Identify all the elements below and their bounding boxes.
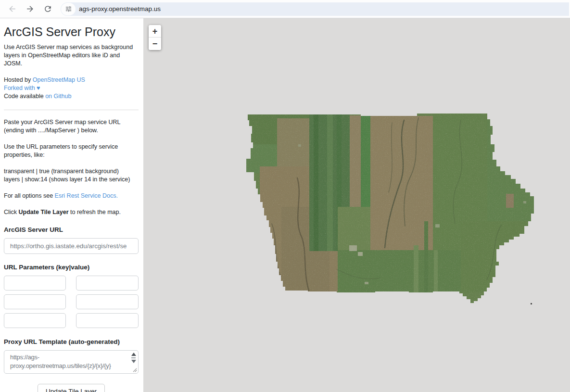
example-layers: layers | show:14 (shows layer 14 in the …	[4, 176, 130, 183]
sidebar: ArcGIS Server Proxy Use ArcGIS Server ma…	[0, 18, 143, 392]
hosted-by-text: Hosted by	[4, 76, 33, 83]
param-value-3[interactable]	[76, 313, 139, 328]
browser-toolbar: ags-proxy.openstreetmap.us	[0, 0, 570, 18]
forked-with-love-link[interactable]: Forked with ♥	[4, 85, 40, 91]
param-examples: transparent | true (transparent backgrou…	[4, 167, 139, 184]
param-value-1[interactable]	[76, 276, 139, 291]
example-transparent: transparent | true (transparent backgrou…	[4, 168, 119, 175]
params-instructions: Use the URL parameters to specify servic…	[4, 143, 139, 159]
back-button[interactable]	[6, 3, 18, 15]
click-hint: Click Update Tile Layer to refresh the m…	[4, 208, 139, 216]
scroll-up-icon[interactable]	[131, 353, 136, 356]
tune-icon	[65, 5, 72, 13]
reload-button[interactable]	[42, 3, 53, 15]
resize-grip-icon[interactable]	[133, 368, 137, 372]
site-settings-chip[interactable]	[61, 3, 76, 15]
proxy-template-value: https://ags- proxy.openstreetmap.us/tile…	[10, 353, 127, 373]
forward-icon	[25, 4, 35, 13]
map-zoom-control: + −	[149, 25, 161, 50]
click-suffix: to refresh the map.	[69, 209, 121, 215]
paste-instructions: Paste your ArcGIS Server map service URL…	[4, 118, 139, 135]
click-bold: Update Tile Layer	[19, 209, 69, 215]
esri-docs-link[interactable]: Esri Rest Service Docs.	[55, 192, 118, 199]
proxy-template-textarea[interactable]: https://ags- proxy.openstreetmap.us/tile…	[4, 350, 139, 374]
github-link[interactable]: on Github	[45, 93, 71, 100]
intro-text: Use ArcGIS Server map services as backgr…	[4, 43, 139, 68]
reload-icon	[43, 4, 52, 13]
options-prefix: For all options see	[4, 192, 55, 199]
update-tile-layer-button[interactable]: Update Tile Layer	[38, 384, 105, 392]
back-icon	[8, 4, 17, 13]
click-prefix: Click	[4, 209, 19, 215]
forward-button[interactable]	[24, 3, 36, 15]
code-available-text: Code available	[4, 93, 45, 100]
server-url-input[interactable]	[4, 238, 139, 254]
scrollbar-thumb[interactable]	[131, 357, 136, 358]
proxy-template-label: Proxy URL Template (auto-generated)	[4, 338, 139, 346]
address-url[interactable]: ags-proxy.openstreetmap.us	[79, 5, 161, 13]
param-key-3[interactable]	[4, 313, 66, 328]
iowa-imagery	[143, 18, 570, 392]
url-params-label: URL Parameters (key|value)	[4, 263, 139, 271]
param-value-2[interactable]	[76, 294, 139, 309]
address-bar[interactable]: ags-proxy.openstreetmap.us	[61, 2, 569, 16]
param-key-1[interactable]	[4, 276, 66, 291]
credits-block: Hosted by OpenStreetMap US Forked with ♥…	[4, 76, 139, 101]
server-url-label: ArcGIS Server URL	[4, 226, 139, 234]
map-speck	[531, 303, 532, 304]
param-key-2[interactable]	[4, 294, 66, 309]
zoom-in-button[interactable]: +	[149, 25, 161, 38]
options-line: For all options see Esri Rest Service Do…	[4, 192, 139, 200]
openstreetmap-us-link[interactable]: OpenStreetMap US	[33, 76, 85, 83]
scroll-down-icon[interactable]	[131, 360, 136, 363]
url-params-grid	[4, 276, 139, 328]
divider	[4, 110, 139, 110]
zoom-out-button[interactable]: −	[149, 38, 161, 50]
page-title: ArcGIS Server Proxy	[4, 25, 139, 38]
map-canvas[interactable]: + −	[143, 18, 570, 392]
